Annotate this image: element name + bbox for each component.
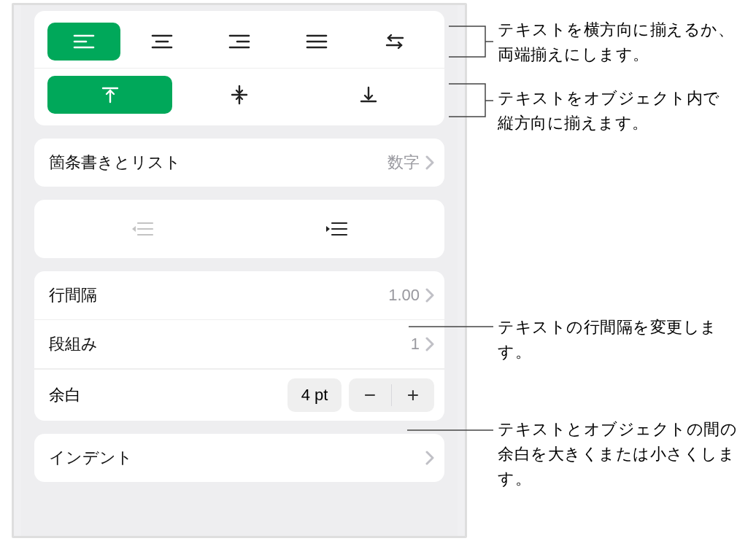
callout-v-align: テキストをオブジェクト内で縦方向に揃えます。 (498, 86, 731, 136)
callout-h-align: テキストを横方向に揃えるか、両端揃えにします。 (498, 17, 746, 67)
callout-line-spacing: テキストの行間隔を変更します。 (498, 315, 731, 365)
callout-margin: テキストとオブジェクトの間の余白を大きくまたは小さくします。 (498, 417, 738, 491)
